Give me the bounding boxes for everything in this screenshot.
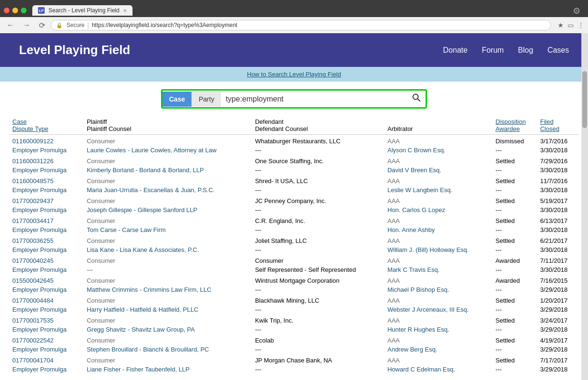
table-row-counsel: Employer Promulga Liane Fisher - Fisher … [9,365,579,374]
case-number-link[interactable]: 017700029437 [12,197,54,204]
arbitrator-link[interactable]: Mark C Travis Esq. [388,266,440,273]
arbitrator-link[interactable]: Howard C Edelman Esq. [388,366,455,373]
browser-tab[interactable]: LP Search - Level Playing Field ✕ [32,5,133,16]
disposition-cell: Settled [493,294,537,305]
search-input[interactable] [221,91,408,107]
tab-close-button[interactable]: ✕ [123,8,127,13]
plaintiff-counsel-link[interactable]: Matthew Crimmins - Crimmins Law Firm, LL… [87,286,211,293]
browser-menu-icon[interactable]: ⋮ [578,21,584,29]
arbitrator-link[interactable]: David V Breen Esq. [388,167,441,174]
case-number-link[interactable]: 017700034417 [12,217,54,224]
plaintiff-counsel-link[interactable]: Tom Carse - Carse Law Firm [87,226,166,233]
case-number-link[interactable]: 017700004484 [12,297,54,304]
case-number-link[interactable]: 011600031226 [12,158,54,165]
plaintiff-counsel-link[interactable]: Kimberly Borland - Borland & Borland, LL… [87,167,204,174]
dispute-type-link[interactable]: Employer Promulga [12,326,66,333]
url-bar[interactable]: 🔒 Secure | https://levelplayingfield.io/… [51,20,551,30]
dispute-type-link[interactable]: Employer Promulga [12,286,66,293]
dispute-type-link[interactable]: Employer Promulga [12,346,66,353]
case-number-link[interactable]: 017700017535 [12,317,54,324]
dispute-type-link[interactable]: Employer Promulga [12,167,66,174]
defendant-cell: Blackhawk Mining, LLC [252,294,385,305]
plaintiff-counsel-cell: Stephen Brouillard - Bianchi & Brouillar… [84,345,252,354]
scrollbar-thumb[interactable] [582,71,587,128]
scrollbar[interactable] [581,33,588,374]
table-row-counsel: Employer Promulga Matthew Crimmins - Cri… [9,285,579,294]
plaintiff-counsel-link[interactable]: Liane Fisher - Fisher Taubenfeld, LLP [87,366,190,373]
cast-icon[interactable]: ▭ [568,21,574,29]
plaintiff-counsel-link[interactable]: --- [87,266,93,273]
filed-cell: 6/21/2017 [537,234,579,245]
bookmark-icon[interactable]: ★ [558,21,564,29]
closed-cell: 3/30/2018 [537,185,579,195]
dispute-type-link[interactable]: Employer Promulga [12,206,66,213]
plaintiff-counsel-cell: Gregg Shavitz - Shavitz Law Group, PA [84,325,252,334]
plaintiff-counsel-link[interactable]: Lisa Kane - Lisa Kane & Associates, P.C. [87,246,199,253]
info-bar-link[interactable]: How to Search Level Playing Field [247,71,341,78]
browser-settings-icon[interactable]: ⚙ [573,6,580,16]
plaintiff-counsel-link[interactable]: Laurie Cowles - Laurie Cowles, Attorney … [87,147,217,154]
arbitrator-link[interactable]: Alyson C Brown Esq. [388,147,446,154]
arbitrator-link[interactable]: Andrew Berg Esq. [388,346,437,353]
case-number-link[interactable]: 017700041704 [12,357,54,364]
nav-donate[interactable]: Donate [443,46,468,55]
nav-cases[interactable]: Cases [548,46,569,55]
close-window-button[interactable] [4,8,9,13]
minimize-window-button[interactable] [12,8,18,13]
arbitrator-link[interactable]: Webster J Arceneaux, III Esq. [388,306,469,313]
forward-button[interactable]: → [20,20,33,30]
arbitrator-link[interactable]: Leslie W Langbein Esq. [388,186,453,194]
dispute-type-link[interactable]: Employer Promulga [12,246,66,253]
case-number-link[interactable]: 011600009122 [12,138,54,145]
plaintiff-counsel-link[interactable]: Gregg Shavitz - Shavitz Law Group, PA [87,326,195,333]
defendant-counsel-cell: Self Represented - Self Represented [252,265,385,274]
plaintiff-counsel-link[interactable]: Stephen Brouillard - Bianchi & Brouillar… [87,346,209,353]
closed-cell: 3/30/2018 [537,265,579,274]
plaintiff-counsel-cell: Lisa Kane - Lisa Kane & Associates, P.C. [84,245,252,254]
disposition-cell: Awarded [493,254,537,265]
arbitrator-link[interactable]: Hon. Carlos G Lopez [388,206,445,213]
dispute-type-link[interactable]: Employer Promulga [12,306,66,313]
arbitrator-link[interactable]: William J. (Bill) Holloway Esq. [388,246,469,253]
plaintiff-counsel-link[interactable]: Joseph Gillespie - Gillespie Sanford LLP [87,206,198,213]
window-controls[interactable] [4,8,27,13]
plaintiff-counsel-link[interactable]: Maria Juan-Urrutia - Escanellas & Juan, … [87,186,215,194]
arbitrator-link[interactable]: Hunter R Hughes Esq. [388,326,449,333]
dispute-type-link[interactable]: Employer Promulga [12,147,66,154]
filed-cell: 7/16/2015 [537,274,579,285]
awardee-cell: --- [493,146,537,155]
back-button[interactable]: ← [4,20,17,30]
case-dispute-type-header-link[interactable]: Case Dispute Type [12,118,48,132]
defendant-cell: JC Penney Company, Inc. [252,195,385,205]
browser-nav-icons: ★ ▭ ⋮ [558,21,584,29]
case-search-button[interactable]: Case [162,92,191,107]
svg-line-1 [418,99,420,102]
closed-cell: 3/30/2018 [537,166,579,175]
case-number-link[interactable]: 017700040245 [12,257,54,264]
nav-blog[interactable]: Blog [518,46,533,55]
dispute-type-link[interactable]: Employer Promulga [12,226,66,233]
disposition-cell: Settled [493,195,537,205]
party-search-button[interactable]: Party [191,92,221,107]
arbitrator-link[interactable]: Michael P Bishop Esq. [388,286,449,293]
dispute-type-link[interactable]: Employer Promulga [12,186,66,194]
search-submit-button[interactable] [408,91,426,107]
plaintiff-counsel-cell: Tom Carse - Carse Law Firm [84,225,252,234]
case-number-link[interactable]: 011600048575 [12,177,54,185]
case-number-link[interactable]: 015500042645 [12,277,54,284]
defendant-counsel-cell: --- [252,205,385,214]
dispute-type-link[interactable]: Employer Promulga [12,366,66,373]
disposition-header-link[interactable]: Disposition Awardee [495,118,526,132]
awardee-cell: --- [493,166,537,175]
arbitrator-link[interactable]: Hon. Anne Ashby [388,226,435,233]
app-header: Level Playing Field Donate Forum Blog Ca… [0,33,588,67]
maximize-window-button[interactable] [21,8,27,13]
case-number-link[interactable]: 017700036255 [12,237,54,244]
case-number-link[interactable]: 017700022542 [12,337,54,344]
arbitrator1-cell: AAA [385,234,493,245]
plaintiff-counsel-link[interactable]: Harry Hatfield - Hatfield & Hatfield, PL… [87,306,199,313]
reload-button[interactable]: ⟳ [36,20,48,31]
nav-forum[interactable]: Forum [482,46,503,55]
dispute-type-link[interactable]: Employer Promulga [12,266,66,273]
filed-header-link[interactable]: Filed Closed [540,118,559,132]
